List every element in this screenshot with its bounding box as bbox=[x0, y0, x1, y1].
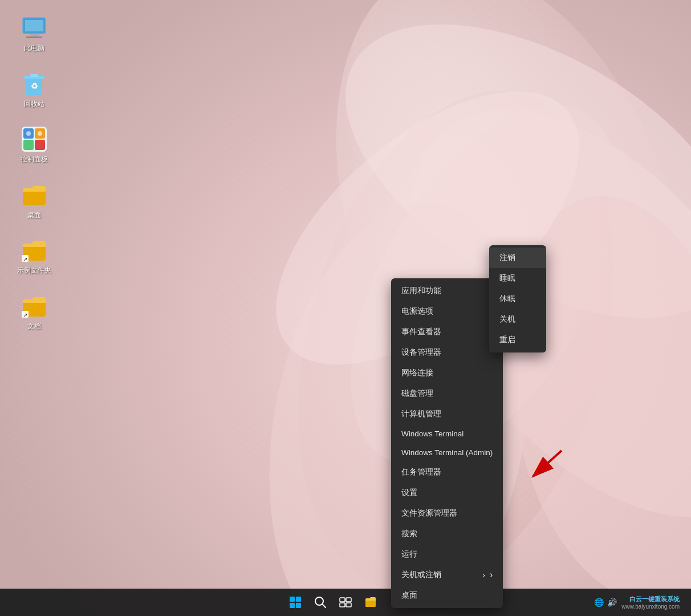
desktop-icons: 此电脑 ♻ 回收站 控制面板 bbox=[11, 11, 57, 334]
svg-rect-32 bbox=[290, 603, 295, 608]
svg-point-22 bbox=[26, 131, 31, 136]
svg-rect-10 bbox=[25, 20, 43, 31]
volume-tray-icon[interactable]: 🔊 bbox=[607, 598, 617, 607]
menu-item-shutdown[interactable]: 关机或注销 › bbox=[391, 565, 503, 585]
folder-example-icon[interactable]: ↗ 示例文件夹 bbox=[11, 234, 57, 278]
taskbar-right-area: 🌐 🔊 白云一键重装系统 www.baiyunxitong.com bbox=[594, 595, 680, 610]
menu-item-event-viewer[interactable]: 事件查看器 bbox=[391, 322, 503, 342]
folder-desktop-label: 桌面 bbox=[27, 211, 41, 220]
search-taskbar-button[interactable] bbox=[309, 591, 332, 614]
task-view-button[interactable] bbox=[334, 591, 357, 614]
menu-item-settings[interactable]: 设置 bbox=[391, 483, 503, 503]
svg-rect-33 bbox=[296, 603, 301, 608]
recycle-bin-image: ♻ bbox=[21, 70, 48, 98]
menu-item-search[interactable]: 搜索 bbox=[391, 524, 503, 544]
shutdown-submenu: 注销 睡眠 休眠 关机 重启 bbox=[489, 245, 546, 352]
control-panel-image bbox=[21, 125, 48, 153]
menu-item-computer-mgmt[interactable]: 计算机管理 bbox=[391, 404, 503, 424]
svg-rect-12 bbox=[26, 37, 42, 38]
control-panel-icon[interactable]: 控制面板 bbox=[11, 123, 57, 167]
menu-item-network[interactable]: 网络连接 bbox=[391, 363, 503, 383]
context-menu: 应用和功能 电源选项 事件查看器 设备管理器 网络连接 磁盘管理 计算机管理 W… bbox=[391, 278, 503, 608]
svg-rect-21 bbox=[35, 140, 45, 150]
watermark-line1: 白云一键重装系统 bbox=[621, 595, 680, 603]
folder-docs-image: ↗ bbox=[21, 293, 48, 320]
menu-item-disk-mgmt[interactable]: 磁盘管理 bbox=[391, 383, 503, 404]
this-pc-icon[interactable]: 此电脑 bbox=[11, 11, 57, 56]
submenu-sleep[interactable]: 睡眠 bbox=[489, 268, 546, 289]
taskbar-watermark-area: 白云一键重装系统 www.baiyunxitong.com bbox=[621, 595, 680, 610]
menu-item-device-manager[interactable]: 设备管理器 bbox=[391, 342, 503, 363]
folder-desktop-image bbox=[21, 181, 48, 209]
recycle-bin-label: 回收站 bbox=[24, 100, 44, 109]
wallpaper-svg bbox=[0, 0, 691, 616]
menu-item-run[interactable]: 运行 bbox=[391, 544, 503, 565]
submenu-shutdown[interactable]: 关机 bbox=[489, 309, 546, 330]
file-explorer-taskbar-button[interactable] bbox=[359, 591, 382, 614]
submenu-restart[interactable]: 重启 bbox=[489, 330, 546, 350]
submenu-signout[interactable]: 注销 bbox=[489, 248, 546, 268]
svg-rect-38 bbox=[340, 603, 345, 607]
desktop bbox=[0, 0, 691, 616]
svg-rect-31 bbox=[296, 597, 301, 602]
menu-item-terminal[interactable]: Windows Terminal bbox=[391, 424, 503, 443]
svg-rect-36 bbox=[340, 598, 345, 602]
svg-rect-39 bbox=[346, 603, 351, 607]
svg-point-23 bbox=[38, 131, 42, 136]
system-tray: 🌐 🔊 bbox=[594, 598, 617, 607]
submenu-hibernate[interactable]: 休眠 bbox=[489, 289, 546, 309]
svg-rect-15 bbox=[30, 74, 38, 77]
svg-rect-30 bbox=[290, 597, 295, 602]
svg-rect-20 bbox=[23, 140, 34, 150]
menu-item-desktop[interactable]: 桌面 bbox=[391, 585, 503, 606]
recycle-bin-icon[interactable]: ♻ 回收站 bbox=[11, 67, 57, 112]
menu-item-terminal-admin[interactable]: Windows Terminal (Admin) bbox=[391, 443, 503, 462]
folder-docs-label: 文档 bbox=[27, 322, 41, 331]
svg-line-35 bbox=[322, 604, 326, 607]
folder-desktop-icon[interactable]: 桌面 bbox=[11, 179, 57, 223]
menu-item-task-mgr[interactable]: 任务管理器 bbox=[391, 462, 503, 483]
folder-example-label: 示例文件夹 bbox=[17, 266, 51, 275]
taskbar: 𝕏 🌐 🔊 白云一键重装系统 www.baiyunxitong.com bbox=[0, 589, 691, 616]
menu-item-apps[interactable]: 应用和功能 bbox=[391, 281, 503, 301]
start-button[interactable] bbox=[284, 591, 307, 614]
folder-example-image: ↗ bbox=[21, 237, 48, 264]
folder-docs-icon[interactable]: ↗ 文档 bbox=[11, 290, 57, 334]
menu-item-file-explorer[interactable]: 文件资源管理器 bbox=[391, 503, 503, 524]
svg-text:♻: ♻ bbox=[31, 82, 38, 91]
submenu-arrow-icon: › bbox=[482, 570, 485, 579]
control-panel-label: 控制面板 bbox=[21, 155, 48, 164]
network-tray-icon[interactable]: 🌐 bbox=[594, 598, 604, 607]
svg-text:↗: ↗ bbox=[23, 256, 27, 262]
this-pc-label: 此电脑 bbox=[24, 44, 44, 53]
watermark-line2: www.baiyunxitong.com bbox=[621, 603, 680, 610]
menu-item-power[interactable]: 电源选项 bbox=[391, 301, 503, 322]
svg-rect-11 bbox=[30, 34, 39, 37]
svg-text:↗: ↗ bbox=[23, 312, 27, 318]
this-pc-image bbox=[21, 14, 48, 42]
svg-rect-37 bbox=[346, 598, 351, 602]
